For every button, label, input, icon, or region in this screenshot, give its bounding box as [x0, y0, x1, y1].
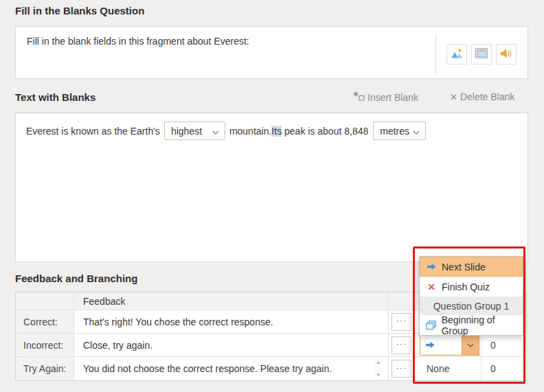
image-icon: [451, 48, 464, 61]
points-cell-try-again[interactable]: 0: [481, 357, 526, 380]
feedback-table-header-cell: [389, 292, 415, 310]
more-options-button-incorrect[interactable]: ···: [392, 336, 411, 354]
sentence-part-3: peak is about 8,848: [282, 126, 368, 137]
branching-cell-try-again[interactable]: None: [415, 357, 481, 380]
group-icon: [426, 321, 437, 330]
quiz-editor-screen: Fill in the Blanks Question Fill in the …: [0, 0, 544, 392]
feedback-more-cell: ···: [389, 310, 415, 334]
spinner-down-icon[interactable]: ▼: [376, 372, 381, 378]
insert-slide-button[interactable]: [471, 44, 492, 65]
menu-item-label: Finish Quiz: [442, 281, 490, 292]
feedback-more-cell: ···: [389, 357, 415, 380]
arrow-right-icon: [426, 263, 437, 270]
branching-combobox[interactable]: [420, 335, 479, 356]
attempts-stepper[interactable]: ▲ ▼: [374, 360, 383, 378]
blank-dropdown-1[interactable]: highest: [164, 122, 225, 140]
slide-icon: [475, 48, 488, 60]
question-section-title: Fill in the Blanks Question: [15, 5, 144, 16]
delete-blank-icon: ✕: [450, 92, 457, 102]
chevron-down-icon: [413, 126, 420, 137]
sentence-part-1: Everest is known as the Earth's: [26, 126, 160, 137]
menu-item-beginning-of-group[interactable]: Beginning of Group: [420, 315, 523, 335]
delete-blank-button[interactable]: ✕ Delete Blank: [450, 91, 514, 102]
branching-cell-incorrect: [415, 334, 481, 357]
menu-item-label: Beginning of Group: [442, 314, 523, 336]
media-toolbar: [446, 44, 517, 65]
blank-dropdown-2-value: metres: [380, 126, 409, 137]
spinner-up-icon[interactable]: ▲: [376, 360, 381, 365]
insert-audio-button[interactable]: [496, 44, 517, 65]
blanks-section-title: Text with Blanks: [15, 91, 95, 103]
feedback-section-title: Feedback and Branching: [15, 273, 137, 284]
row-label-incorrect: Incorrect:: [16, 334, 74, 357]
feedback-more-cell: ···: [389, 334, 415, 357]
branching-dropdown-menu: Next Slide ✕ Finish Quiz Question Group …: [419, 256, 523, 336]
feedback-input-try-again[interactable]: You did not choose the correct response.…: [74, 357, 389, 380]
feedback-column-header: Feedback: [74, 292, 389, 310]
audio-icon: [500, 48, 512, 61]
feedback-input-incorrect[interactable]: Close, try again.: [74, 334, 389, 357]
insert-blank-icon: [353, 91, 365, 103]
sentence-part-2: mountain.: [229, 126, 271, 137]
x-icon: ✕: [426, 281, 437, 292]
blank-dropdown-1-value: highest: [171, 126, 202, 137]
menu-item-label: Next Slide: [442, 262, 486, 273]
chevron-down-icon: [212, 126, 219, 137]
feedback-table-corner-cell: [16, 292, 74, 310]
blank-dropdown-2[interactable]: metres: [373, 122, 426, 140]
feedback-input-correct[interactable]: That's right! You chose the correct resp…: [74, 310, 389, 334]
more-options-button-try-again[interactable]: ···: [392, 360, 411, 378]
question-prompt-box[interactable]: Fill in the blank fields in this fragmen…: [15, 26, 528, 79]
selected-word: Its: [271, 126, 282, 137]
row-label-correct: Correct:: [16, 310, 74, 334]
combobox-chevron-button[interactable]: [462, 336, 479, 355]
branching-combobox-value: [420, 336, 462, 355]
insert-image-button[interactable]: [446, 44, 467, 65]
arrow-right-icon: [426, 340, 435, 351]
delete-blank-label: Delete Blank: [460, 91, 514, 102]
insert-blank-label: Insert Blank: [367, 92, 418, 103]
more-options-button-correct[interactable]: ···: [392, 313, 411, 331]
row-label-try-again: Try Again:: [16, 357, 74, 380]
points-cell-incorrect[interactable]: 0: [481, 334, 526, 357]
menu-item-finish-quiz[interactable]: ✕ Finish Quiz: [420, 277, 523, 297]
menu-item-next-slide[interactable]: Next Slide: [420, 257, 523, 277]
feedback-text-try-again: You did not choose the correct response.…: [83, 363, 332, 374]
text-with-blanks-editor[interactable]: Everest is known as the Earth's highest …: [15, 113, 528, 262]
divider: [435, 34, 436, 73]
menu-group-header: Question Group 1: [420, 297, 523, 315]
blanks-sentence: Everest is known as the Earth's highest …: [16, 113, 528, 148]
insert-blank-button[interactable]: Insert Blank: [353, 91, 418, 103]
